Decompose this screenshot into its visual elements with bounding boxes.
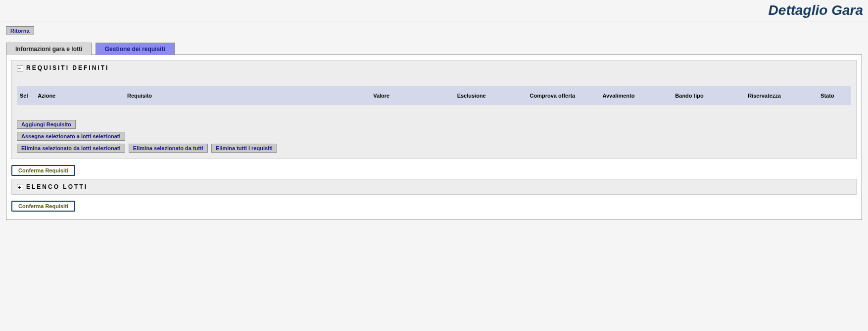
col-sel: Sel	[17, 86, 35, 105]
col-stato: Stato	[818, 86, 851, 105]
elimina-tutti-requisiti-button[interactable]: Elimina tutti i requisiti	[211, 144, 277, 153]
col-bando: Bando tipo	[672, 86, 745, 105]
divider	[0, 21, 868, 21]
aggiungi-requisito-button[interactable]: Aggiungi Requisito	[17, 120, 76, 129]
tab-informazioni[interactable]: Informazioni gara e lotti	[6, 43, 92, 55]
expand-icon[interactable]: +	[17, 184, 23, 190]
col-requisito: Requisito	[124, 86, 370, 105]
return-button[interactable]: Ritorna	[6, 26, 34, 35]
section-header-requisiti: − REQUISITI DEFINITI	[17, 64, 851, 71]
assegna-selezionato-button[interactable]: Assegna selezionato a lotti selezionati	[17, 132, 125, 141]
content-panel: − REQUISITI DEFINITI Sel Azione Requisit…	[6, 55, 862, 220]
section-elenco-lotti: + ELENCO LOTTI	[11, 179, 857, 195]
tab-bar: Informazioni gara e lotti Gestione dei r…	[0, 42, 868, 55]
col-riservatezza: Riservatezza	[745, 86, 818, 105]
col-valore: Valore	[370, 86, 454, 105]
collapse-icon[interactable]: −	[17, 65, 23, 71]
col-comprova: Comprova offerta	[527, 86, 600, 105]
elimina-selezionato-lotti-button[interactable]: Elimina selezionato da lotti selezionati	[17, 144, 125, 153]
conferma-requisiti-button-bottom[interactable]: Conferma Requisiti	[11, 201, 75, 212]
tab-gestione-requisiti[interactable]: Gestione dei requisiti	[96, 43, 175, 55]
col-avvalimento: Avvalimento	[599, 86, 672, 105]
conferma-requisiti-button-top[interactable]: Conferma Requisiti	[11, 165, 75, 176]
section-title-lotti: ELENCO LOTTI	[26, 183, 88, 190]
section-title-requisiti: REQUISITI DEFINITI	[26, 64, 109, 71]
section-header-lotti: + ELENCO LOTTI	[17, 183, 851, 190]
col-esclusione: Esclusione	[454, 86, 527, 105]
elimina-selezionato-tutti-button[interactable]: Elimina selezionato da tutti	[129, 144, 208, 153]
requisiti-table: Sel Azione Requisito Valore Esclusione C…	[17, 86, 851, 105]
col-azione: Azione	[35, 86, 124, 105]
section-requisiti-definiti: − REQUISITI DEFINITI Sel Azione Requisit…	[11, 60, 857, 159]
page-title: Dettaglio Gara	[0, 0, 868, 21]
